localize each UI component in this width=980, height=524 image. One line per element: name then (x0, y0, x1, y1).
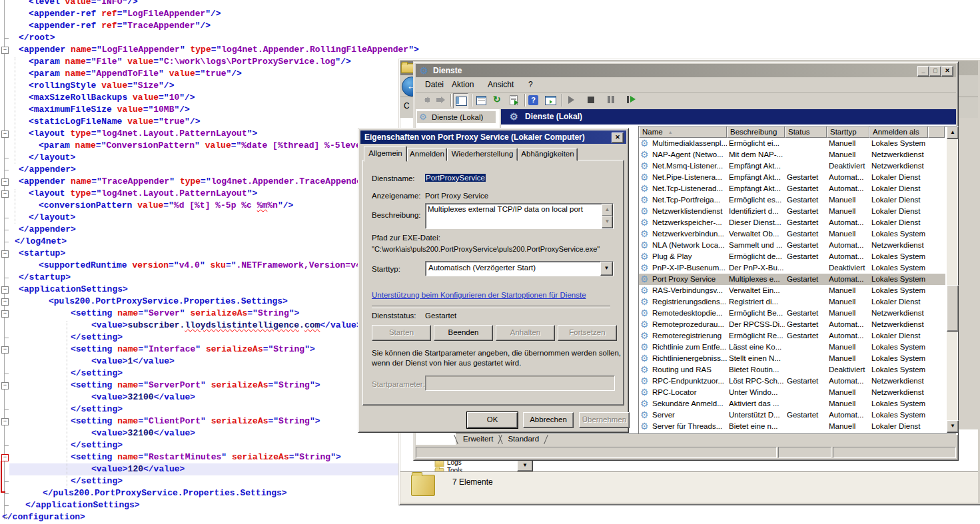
service-row[interactable]: ⚙Remoteprozedurau...Der RPCSS-Di...Gesta… (639, 319, 945, 330)
service-row[interactable]: ⚙Port Proxy ServiceMultiplexes e...Gesta… (639, 274, 945, 285)
tab-allgemein[interactable]: Allgemein (364, 146, 407, 162)
help-toolbar-button[interactable]: ? (527, 93, 541, 107)
explorer-dropdown-button[interactable]: ▼ (517, 460, 533, 471)
menu-aktion[interactable]: Aktion (449, 79, 476, 90)
fold-collapse-box-red[interactable]: − (1, 454, 9, 461)
scroll-up-button[interactable]: ▲ (947, 127, 959, 139)
maximize-button[interactable]: □ (929, 66, 941, 77)
menu-datei[interactable]: Datei (422, 79, 446, 90)
service-row[interactable]: ⚙Net.Pipe-Listenera...Empfängt Akt...Ges… (639, 172, 945, 183)
services-titlebar[interactable]: ⚙ Dienste _ □ ✕ (416, 64, 956, 77)
fold-collapse-box[interactable]: − (1, 382, 9, 390)
service-row[interactable]: ⚙Sekundäre Anmeld...Aktiviert das ...Man… (639, 398, 945, 409)
beschreibung-scroll-down[interactable]: ▼ (602, 216, 613, 228)
starttyp-dropdown-button[interactable]: ▼ (600, 262, 613, 276)
column-header-beschreibung[interactable]: Beschreibung (727, 127, 785, 138)
props-toolbar-button[interactable] (474, 93, 488, 107)
service-row[interactable]: ⚙NetzwerklistendienstIdentifiziert d...G… (639, 206, 945, 217)
button-beenden[interactable]: Beenden (434, 325, 493, 341)
button-bernehmen[interactable]: Übernehmen (579, 412, 630, 428)
code-token: TraceAppender (102, 176, 169, 186)
service-row[interactable]: ⚙Netzwerkspeicher-...Dieser Dienst...Ges… (639, 217, 945, 228)
indent-guide (15, 57, 16, 164)
back-toolbar-button[interactable] (420, 93, 434, 107)
fold-collapse-box[interactable]: − (1, 286, 9, 294)
view-tab-standard[interactable]: Standard (501, 435, 546, 443)
scroll-thumb[interactable] (947, 285, 959, 332)
code-token: "/> (122, 0, 137, 7)
column-header-status[interactable]: Status (785, 127, 827, 138)
fold-collapse-box[interactable]: − (1, 310, 9, 318)
dialog-titlebar[interactable]: Eigenschaften von Port Proxy Service (Lo… (360, 131, 626, 144)
service-row[interactable]: ⚙NAP-Agent (Netwo...Mit dem NAP-...Manue… (639, 149, 945, 160)
tab-anmelden[interactable]: Anmelden (407, 148, 447, 161)
column-header-name[interactable]: Name▲ (639, 127, 727, 138)
fold-collapse-box[interactable]: − (1, 190, 9, 198)
button-ok[interactable]: OK (467, 412, 518, 428)
button-abbrechen[interactable]: Abbrechen (523, 412, 574, 428)
fold-collapse-box[interactable]: − (1, 346, 9, 354)
pause-toolbar-button[interactable] (605, 93, 619, 107)
service-row[interactable]: ⚙Multimediaklassenpl...Ermöglicht ei...M… (639, 138, 945, 149)
scroll-down-button[interactable]: ▼ (947, 420, 959, 433)
menu-?[interactable]: ? (526, 79, 536, 90)
service-row[interactable]: ⚙Richtlinie zum Entfe...Lässt eine Ko...… (639, 342, 945, 353)
stop-toolbar-button[interactable] (585, 93, 599, 107)
services-list-scrollbar[interactable]: ▲ ▼ (947, 127, 957, 433)
fold-collapse-box[interactable]: − (1, 418, 9, 425)
service-row[interactable]: ⚙Net.Msmq-Listener...Empfängt Akt...Deak… (639, 160, 945, 172)
forward-toolbar-button[interactable] (434, 93, 448, 107)
column-header-anmeldenals[interactable]: Anmelden als (869, 127, 928, 138)
explorer-tree-item[interactable]: Tools (434, 467, 494, 471)
service-row[interactable]: ⚙RAS-Verbindungsv...Verwaltet Ein...Manu… (639, 285, 945, 296)
service-row[interactable]: ⚙NLA (Network Loca...Sammelt und ...Gest… (639, 240, 945, 251)
code-token: </value> (154, 392, 195, 402)
startoptionen-link[interactable]: Unterstützung beim Konfigurieren der Sta… (372, 291, 586, 299)
fold-collapse-box[interactable]: − (1, 250, 9, 258)
service-row[interactable]: ⚙Routing und RASBietet Routin...Deaktivi… (639, 364, 945, 376)
service-row[interactable]: ⚙RPC-LocatorUnter Windo...ManuellNetzwer… (639, 387, 945, 398)
refresh-toolbar-button[interactable]: ↻ (491, 93, 505, 107)
fold-collapse-box[interactable]: − (1, 47, 9, 54)
tree-toolbar-button[interactable] (453, 93, 468, 109)
service-name: Multimediaklassenpl... (652, 138, 727, 149)
code-token: "/> (278, 200, 293, 210)
dienstname-value[interactable]: PortProxyService (425, 174, 486, 182)
starttyp-combobox[interactable]: Automatisch (Verzögerter Start) ▼ (425, 261, 614, 276)
tab-abhngigkeiten[interactable]: Abhängigkeiten (518, 148, 578, 161)
service-row[interactable]: ⚙RPC-Endpunktzuor...Löst RPC-Sch...Gesta… (639, 376, 945, 387)
service-row[interactable]: ⚙PnP-X-IP-Busenum...Der PnP-X-Bu...Deakt… (639, 262, 945, 274)
fold-collapse-box[interactable]: − (1, 298, 9, 306)
beschreibung-textbox[interactable]: Multiplexes external TCP/IP data on loca… (425, 203, 614, 229)
fold-collapse-box[interactable]: − (1, 178, 9, 186)
services-window-title: Dienste (433, 64, 462, 77)
export-toolbar-button[interactable] (508, 93, 522, 107)
service-row[interactable]: ⚙Registrierungsdiens...Registriert di...… (639, 296, 945, 308)
service-row[interactable]: ⚙Richtlinienergebniss...Stellt einen N..… (639, 353, 945, 364)
view-tab-erweitert[interactable]: Erweitert (456, 435, 500, 443)
service-row[interactable]: ⚙Server für Threads...Bietet eine n...Ma… (639, 421, 945, 432)
extview-toolbar-button[interactable] (544, 93, 558, 107)
menu-ansicht[interactable]: Ansicht (485, 79, 516, 90)
service-row[interactable]: ⚙Net.Tcp-Listenerad...Empfängt Akt...Ges… (639, 183, 945, 194)
tab-wiederherstellung[interactable]: Wiederherstellung (447, 148, 518, 161)
service-row[interactable]: ⚙Netzwerkverbindun...Verwaltet Ob...Gest… (639, 228, 945, 240)
startparameter-textbox[interactable] (425, 376, 615, 391)
beschreibung-scroll-up[interactable]: ▲ (602, 204, 613, 216)
service-row[interactable]: ⚙ServerUnterstützt D...GestartetAutomat.… (639, 409, 945, 421)
service-row[interactable]: ⚙Plug & PlayErmöglicht de...GestartetAut… (639, 251, 945, 262)
dialog-close-button[interactable]: ✕ (612, 132, 624, 143)
service-name: RPC-Locator (652, 387, 727, 398)
fold-collapse-box[interactable]: − (1, 131, 9, 138)
restart-toolbar-button[interactable] (625, 93, 639, 107)
minimize-button[interactable]: _ (917, 66, 929, 77)
column-header-starttyp[interactable]: Starttyp (827, 127, 869, 138)
service-gear-icon: ⚙ (640, 354, 649, 363)
service-row[interactable]: ⚙Remotedesktopdie...Ermöglicht Be...Gest… (639, 308, 945, 319)
play-toolbar-button[interactable] (565, 93, 579, 107)
code-line: </setting> (71, 368, 123, 380)
close-button[interactable]: ✕ (941, 66, 953, 77)
service-row[interactable]: ⚙RemoteregistrierungErmöglicht Re...Gest… (639, 330, 945, 342)
service-row[interactable]: ⚙Net.Tcp-Portfreiga...Ermöglicht es...Ge… (639, 194, 945, 206)
tree-item-dienste-lokal[interactable]: ⚙ Dienste (Lokal) (417, 111, 496, 123)
